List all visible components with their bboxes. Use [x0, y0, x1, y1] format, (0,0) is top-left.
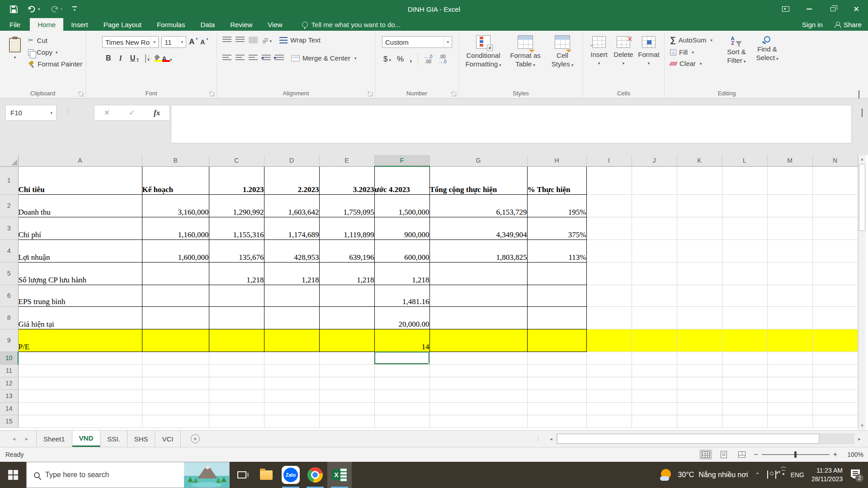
cell-E11[interactable]	[319, 364, 374, 377]
zoom-slider-thumb[interactable]	[794, 451, 797, 458]
cell-D4[interactable]: 428,953	[264, 239, 319, 262]
cell-J13[interactable]	[632, 389, 677, 402]
scroll-up-arrow[interactable]: ▲	[859, 155, 866, 163]
cell-J11[interactable]	[632, 364, 677, 377]
cell-G2[interactable]: 6,153,729	[429, 194, 527, 217]
cell-H4[interactable]: 113%	[527, 239, 586, 262]
restore-button[interactable]	[821, 0, 844, 18]
cell-A11[interactable]	[18, 364, 142, 377]
column-header-I[interactable]: I	[586, 155, 632, 166]
cell-I5[interactable]	[586, 262, 632, 285]
tab-review[interactable]: Review	[222, 18, 260, 31]
cell-F11[interactable]	[374, 364, 429, 377]
cell-E10[interactable]	[319, 352, 374, 364]
cell-F4[interactable]: 600,000	[374, 239, 429, 262]
column-header-M[interactable]: M	[767, 155, 812, 166]
cell-D10[interactable]	[264, 352, 319, 364]
column-header-J[interactable]: J	[632, 155, 677, 166]
cell-A1[interactable]: Chỉ tiêu	[18, 166, 142, 194]
cell-B5[interactable]	[142, 262, 209, 285]
borders-button[interactable]	[145, 55, 150, 62]
cell-N1[interactable]	[812, 166, 858, 194]
cell-I13[interactable]	[586, 389, 632, 402]
cell-C11[interactable]	[209, 364, 264, 377]
align-top-button[interactable]	[222, 37, 231, 43]
cell-E5[interactable]: 1,218	[319, 262, 374, 285]
cell-L2[interactable]	[722, 194, 767, 217]
row-header-11[interactable]: 11	[0, 364, 18, 377]
format-as-table-button[interactable]: Format as Table	[506, 35, 545, 70]
cell-L5[interactable]	[722, 262, 767, 285]
cell-M10[interactable]	[767, 352, 812, 364]
cell-A6[interactable]: EPS trung bình	[18, 285, 142, 306]
cell-B1[interactable]: Kế hoạch	[142, 166, 209, 194]
tab-insert[interactable]: Insert	[63, 18, 96, 31]
search-highlight-image[interactable]	[184, 462, 229, 488]
merge-center-button[interactable]: Merge & Center	[292, 54, 356, 62]
battery-tray-button[interactable]	[775, 471, 776, 479]
column-header-D[interactable]: D	[264, 155, 319, 166]
cell-H8[interactable]	[527, 306, 586, 329]
underline-button[interactable]: U	[128, 54, 141, 62]
cell-L14[interactable]	[722, 402, 767, 415]
horizontal-scroll-track[interactable]	[556, 433, 854, 444]
cell-B2[interactable]: 3,160,000	[142, 194, 209, 217]
cell-H11[interactable]	[527, 364, 586, 377]
cell-G4[interactable]: 1,803,825	[429, 239, 527, 262]
insert-function-button[interactable]: fx	[154, 108, 160, 117]
cell-A3[interactable]: Chi phí	[18, 217, 142, 239]
cell-L6[interactable]	[722, 285, 767, 306]
cell-I9[interactable]	[586, 329, 632, 352]
cell-M4[interactable]	[767, 239, 812, 262]
copy-button[interactable]: Copy ▾	[28, 48, 82, 56]
zalo-button[interactable]: Zalo	[278, 462, 303, 488]
page-layout-view-button[interactable]	[717, 450, 730, 460]
cell-F10[interactable]	[374, 352, 429, 364]
cell-D14[interactable]	[264, 402, 319, 415]
cell-C3[interactable]: 1,155,316	[209, 217, 264, 239]
cell-D11[interactable]	[264, 364, 319, 377]
collapse-ribbon-button[interactable]	[859, 91, 863, 95]
cell-C12[interactable]	[209, 377, 264, 389]
cell-M2[interactable]	[767, 194, 812, 217]
cell-M6[interactable]	[767, 285, 812, 306]
cell-F5[interactable]: 1,218	[374, 262, 429, 285]
cell-K15[interactable]	[677, 415, 722, 427]
cell-M9[interactable]	[767, 329, 812, 352]
cell-F3[interactable]: 900,000	[374, 217, 429, 239]
cell-L15[interactable]	[722, 415, 767, 427]
cell-J10[interactable]	[632, 352, 677, 364]
cell-C14[interactable]	[209, 402, 264, 415]
cell-A9[interactable]: P/E	[18, 329, 142, 352]
cell-K4[interactable]	[677, 239, 722, 262]
cell-A5[interactable]: Số lượng CP lưu hành	[18, 262, 142, 285]
cell-H5[interactable]	[527, 262, 586, 285]
chrome-button[interactable]	[303, 462, 327, 488]
cell-F14[interactable]	[374, 402, 429, 415]
tab-home[interactable]: Home	[30, 18, 63, 31]
cell-E4[interactable]: 639,196	[319, 239, 374, 262]
cell-H6[interactable]	[527, 285, 586, 306]
cell-C1[interactable]: 1.2023	[209, 166, 264, 194]
cell-E9[interactable]	[319, 329, 374, 352]
cell-N9[interactable]	[812, 329, 858, 352]
cell-C6[interactable]	[209, 285, 264, 306]
cell-K14[interactable]	[677, 402, 722, 415]
cell-H3[interactable]: 375%	[527, 217, 586, 239]
increase-indent-button[interactable]	[275, 55, 284, 61]
customize-quick-access-button[interactable]: ▾	[72, 6, 77, 12]
cell-K13[interactable]	[677, 389, 722, 402]
cell-I8[interactable]	[586, 306, 632, 329]
cell-N5[interactable]	[812, 262, 858, 285]
autosum-button[interactable]: ∑ AutoSum	[670, 35, 712, 45]
cell-B10[interactable]	[142, 352, 209, 364]
cell-H1[interactable]: % Thực hiện	[527, 166, 586, 194]
decrease-font-size-button[interactable]: A	[200, 38, 208, 46]
normal-view-button[interactable]	[699, 450, 712, 460]
cell-H12[interactable]	[527, 377, 586, 389]
cell-I6[interactable]	[586, 285, 632, 306]
cell-K8[interactable]	[677, 306, 722, 329]
column-header-A[interactable]: A	[18, 155, 142, 166]
cell-I12[interactable]	[586, 377, 632, 389]
cell-F13[interactable]	[374, 389, 429, 402]
